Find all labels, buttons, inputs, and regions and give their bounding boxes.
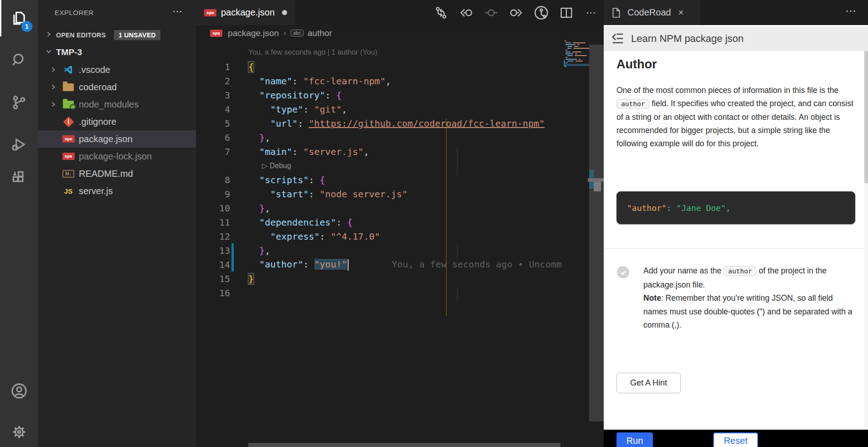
task-check-icon	[617, 266, 629, 278]
get-a-hint-button[interactable]: Get A Hint	[616, 373, 681, 393]
search-icon[interactable]	[0, 42, 38, 78]
chevron-right-icon	[45, 31, 52, 40]
code-line-12[interactable]: 12 "express": "^4.17.0"	[196, 229, 564, 243]
panel-scrollbar[interactable]	[864, 51, 868, 430]
gutter	[230, 187, 248, 201]
debug-codelens[interactable]: ▷ Debug	[262, 161, 291, 170]
explorer-header: EXPLORER ⋯	[38, 0, 196, 25]
coderoad-run-icon[interactable]	[529, 0, 554, 25]
minimap[interactable]	[564, 40, 589, 67]
editor-group: npm package.json	[196, 0, 604, 447]
codelens-row: ▷ Debug	[196, 159, 564, 173]
npm-icon: npm	[62, 135, 75, 143]
inline-code: author	[616, 99, 649, 109]
chevron-right-icon	[50, 83, 57, 91]
tab-package-json[interactable]: npm package.json	[196, 0, 295, 25]
close-icon[interactable]: ×	[678, 7, 684, 18]
code-line-15[interactable]: 15}	[196, 272, 564, 286]
code-text: "author": "you!"You, a few seconds ago •…	[248, 259, 562, 271]
code-text: "repository": {	[248, 90, 342, 101]
file-tree-item--gitignore[interactable]: .gitignore	[38, 113, 196, 130]
example-code-block: "author": "Jane Doe",	[616, 191, 855, 224]
code-line-3[interactable]: 3 "repository": {	[196, 88, 564, 102]
accounts-icon[interactable]	[0, 373, 38, 409]
coderoad-content: Author One of the most common pieces of …	[604, 51, 868, 430]
code-line-10[interactable]: 10 },	[196, 201, 564, 215]
code-line-9[interactable]: 9 "start": "node server.js"	[196, 187, 564, 201]
git-icon	[63, 116, 74, 127]
line-number: 8	[196, 175, 230, 185]
breadcrumbs: npm package.json › abc author	[196, 25, 604, 41]
code-text: "name": "fcc-learn-npm",	[248, 76, 391, 87]
file-tree-item-server-js[interactable]: JSserver.js	[38, 182, 196, 200]
step-back-icon[interactable]	[453, 0, 478, 25]
split-editor-icon[interactable]	[554, 0, 579, 25]
code-line-14[interactable]: 14 "author": "you!"You, a few seconds ag…	[196, 257, 564, 272]
gutter	[230, 116, 248, 130]
workspace-root-folder[interactable]: TMP-3	[38, 44, 196, 61]
code-line-16[interactable]: 16	[196, 286, 564, 300]
code-line-11[interactable]: 11 "dependencies": {	[196, 215, 564, 229]
breadcrumb-separator-icon: ›	[283, 28, 286, 38]
horizontal-scrollbar[interactable]	[248, 443, 560, 447]
text: One of the most common pieces of informa…	[616, 86, 838, 95]
git-blame-header: You, a few seconds ago | 1 author (You)	[196, 45, 564, 60]
coderoad-tabstrip: CodeRoad × ⋯	[604, 0, 868, 25]
code-text: "scripts": {	[248, 175, 325, 185]
file-tree-item-package-lock-json[interactable]: npmpackage-lock.json	[38, 148, 196, 165]
open-editors-section[interactable]: OPEN EDITORS 1 UNSAVED	[38, 26, 196, 43]
panel-scrollbar-thumb[interactable]	[864, 51, 868, 183]
file-tree-item-node-modules[interactable]: JSnode_modules	[38, 96, 196, 113]
settings-gear-icon[interactable]	[0, 414, 38, 447]
code-editor[interactable]: You, a few seconds ago | 1 author (You) …	[196, 45, 564, 300]
code-line-13[interactable]: 13 },	[196, 243, 564, 257]
step-forward-icon[interactable]	[503, 0, 529, 25]
file-tree-item-readme-md[interactable]: M↓README.md	[38, 165, 196, 182]
npm-icon: npm	[210, 30, 222, 37]
code-text: "dependencies": {	[248, 217, 353, 228]
extensions-icon[interactable]	[0, 159, 38, 196]
gutter	[230, 243, 248, 257]
code-line-6[interactable]: 6 },	[196, 130, 564, 144]
gutter	[230, 229, 248, 243]
indent-guide	[457, 288, 457, 302]
step-over-icon[interactable]	[478, 0, 503, 25]
line-number: 16	[196, 288, 230, 298]
code-line-1[interactable]: 1{	[196, 60, 564, 74]
tab-label: package.json	[221, 7, 275, 18]
lesson-heading: Author	[616, 57, 657, 72]
open-changes-icon[interactable]	[428, 0, 453, 25]
line-number: 1	[196, 62, 230, 72]
file-tree-item--vscode[interactable]: .vscode	[38, 61, 196, 78]
explorer-more-actions-icon[interactable]: ⋯	[172, 5, 182, 17]
editor-scrollbar[interactable]	[589, 45, 604, 421]
root-folder-label: TMP-3	[56, 47, 82, 57]
folder-icon	[63, 83, 74, 91]
file-tree-item-package-json[interactable]: npmpackage.json	[38, 130, 196, 148]
line-number: 2	[196, 76, 230, 87]
code-line-2[interactable]: 2 "name": "fcc-learn-npm",	[196, 74, 564, 88]
run-button[interactable]: Run	[616, 432, 653, 447]
back-to-menu-icon[interactable]	[611, 33, 625, 45]
reset-button[interactable]: Reset	[713, 432, 758, 447]
modified-dot-icon[interactable]	[282, 10, 287, 15]
file-tree-item-coderoad[interactable]: coderoad	[38, 78, 196, 96]
tab-coderoad[interactable]: CodeRoad ×	[604, 0, 701, 25]
code-text: "main": "server.js",	[248, 146, 369, 157]
explorer-badge: 1	[21, 21, 32, 32]
code-line-8[interactable]: 8 "scripts": {	[196, 173, 564, 187]
code-line-5[interactable]: 5 "url": "https://github.com/coderoad/fc…	[196, 116, 564, 130]
code-line-4[interactable]: 4 "type": "git",	[196, 102, 564, 116]
more-actions-icon[interactable]: ⋯	[579, 0, 604, 25]
breadcrumb-file[interactable]: package.json	[228, 28, 279, 38]
symbol-string-icon: abc	[291, 30, 303, 36]
breadcrumb-symbol[interactable]: author	[308, 28, 332, 38]
panel-more-actions-icon[interactable]: ⋯	[845, 5, 857, 17]
explorer-icon[interactable]: 1	[0, 0, 38, 36]
line-number: 14	[196, 259, 230, 270]
code-line-7[interactable]: 7 "main": "server.js",	[196, 144, 564, 159]
source-control-icon[interactable]	[0, 84, 38, 121]
run-debug-icon[interactable]	[0, 126, 38, 163]
code-text: {	[248, 62, 254, 72]
vscode-icon	[63, 64, 74, 75]
